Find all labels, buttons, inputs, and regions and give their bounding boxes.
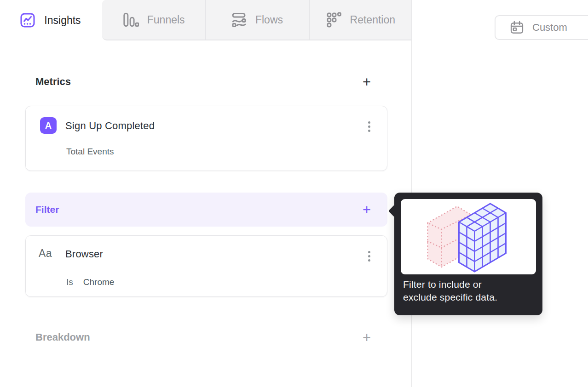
- event-name: Sign Up Completed: [65, 120, 155, 132]
- tab-retention[interactable]: Retention: [309, 0, 412, 40]
- flows-streams-icon: [231, 12, 247, 28]
- tooltip-arrow: [388, 205, 401, 217]
- filter-section-row: Filter +: [25, 193, 387, 227]
- tab-label: Flows: [255, 14, 283, 26]
- calendar-icon: [509, 20, 525, 35]
- string-property-icon: Aa: [39, 247, 52, 260]
- add-metric-button[interactable]: +: [363, 75, 371, 89]
- operator-selector[interactable]: Is: [66, 277, 73, 287]
- insights-report-builder: Insights Funnels: [0, 0, 588, 387]
- add-breakdown-button[interactable]: +: [363, 330, 371, 345]
- retention-dots-icon: [327, 12, 342, 28]
- add-filter-button[interactable]: +: [363, 203, 371, 217]
- tab-funnels[interactable]: Funnels: [102, 0, 205, 40]
- metrics-heading: Metrics: [35, 76, 71, 88]
- tab-label: Retention: [350, 14, 395, 26]
- property-name: Browser: [65, 248, 103, 260]
- funnels-bars-icon: [122, 11, 139, 28]
- aggregation-selector[interactable]: Total Events: [66, 147, 114, 157]
- tooltip-image: [401, 199, 536, 274]
- breakdown-heading: Breakdown: [35, 331, 90, 343]
- tab-label: Funnels: [147, 14, 185, 26]
- kebab-menu-icon[interactable]: [364, 118, 374, 135]
- tab-label: Insights: [44, 14, 81, 27]
- metrics-section-header: Metrics +: [25, 71, 387, 93]
- custom-date-range-button[interactable]: Custom: [495, 15, 588, 40]
- filter-card[interactable]: Aa Browser Is Chrome: [25, 235, 387, 297]
- insights-chart-icon: [19, 12, 36, 28]
- tooltip-text-line2: exclude specific data.: [403, 291, 536, 304]
- filter-condition-row: Is Chrome: [66, 277, 114, 287]
- tab-flows[interactable]: Flows: [205, 0, 308, 40]
- inactive-tabs-group: Funnels Flows: [102, 0, 412, 40]
- series-badge: A: [40, 117, 57, 134]
- tooltip-text: Filter to include or exclude specific da…: [403, 278, 536, 304]
- breakdown-section-header: Breakdown +: [25, 326, 387, 348]
- tooltip-text-line1: Filter to include or: [403, 278, 536, 291]
- custom-date-label: Custom: [532, 22, 567, 34]
- metric-card[interactable]: A Sign Up Completed Total Events: [25, 106, 387, 171]
- filter-help-tooltip: Filter to include or exclude specific da…: [394, 193, 542, 315]
- tab-insights[interactable]: Insights: [0, 0, 100, 40]
- report-type-tabbar: Insights Funnels: [0, 0, 412, 40]
- filter-cubes-illustration: [401, 199, 536, 274]
- kebab-menu-icon[interactable]: [364, 247, 374, 265]
- filter-heading: Filter: [35, 204, 59, 215]
- value-selector[interactable]: Chrome: [83, 277, 115, 287]
